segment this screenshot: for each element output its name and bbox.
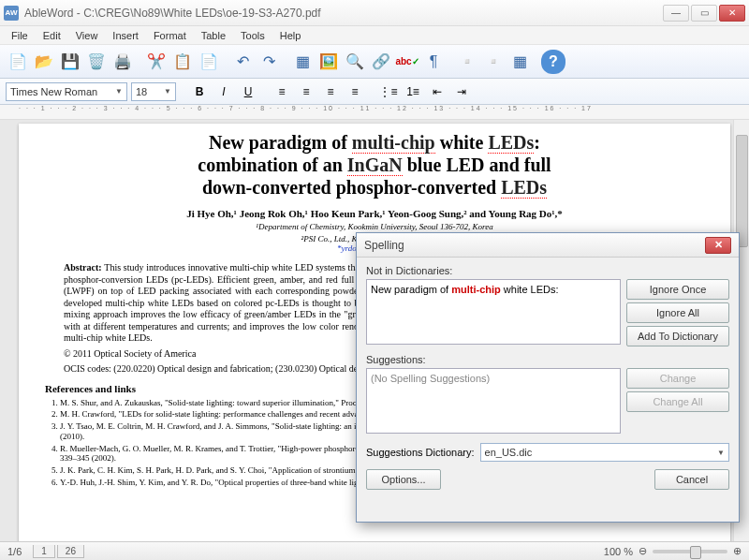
delete-icon[interactable]: 🗑️ [84, 50, 109, 74]
indent-button[interactable]: ⇥ [451, 81, 472, 102]
zoom-value: 100 % [604, 546, 633, 557]
ruler: · · · 1 · · · 2 · · · 3 · · · 4 · · · 5 … [0, 105, 749, 120]
minimize-button[interactable]: — [663, 5, 689, 22]
zoom-in-icon[interactable]: ▫️ [481, 50, 506, 74]
open-icon[interactable]: 📂 [32, 50, 56, 74]
page-indicator: 1/6 [7, 546, 22, 557]
paste-icon[interactable]: 📄 [197, 50, 221, 74]
redo-icon[interactable]: ↷ [257, 50, 281, 74]
options-button[interactable]: Options... [366, 469, 441, 490]
find-icon[interactable]: 🔍 [343, 50, 367, 74]
image-icon[interactable]: 🖼️ [316, 50, 341, 74]
underline-button[interactable]: U [238, 81, 258, 102]
zoom-in-button[interactable]: ⊕ [733, 545, 742, 557]
suggestions-list[interactable]: (No Spelling Suggestions) [366, 368, 621, 434]
change-all-button: Change All [626, 391, 729, 412]
cut-icon[interactable]: ✂️ [144, 50, 169, 74]
table-icon[interactable]: ▦ [290, 50, 315, 74]
align-justify-button[interactable]: ≡ [345, 81, 365, 102]
status-tab-1[interactable]: 1 [33, 545, 55, 558]
bullets-button[interactable]: ⋮≡ [378, 81, 399, 102]
main-toolbar: 📄 📂 💾 🗑️ 🖨️ ✂️ 📋 📄 ↶ ↷ ▦ 🖼️ 🔍 🔗 abc✓ ¶ ▫… [0, 45, 749, 79]
help-icon[interactable]: ? [541, 50, 565, 74]
spelling-dialog: Spelling ✕ Not in Dictionaries: New para… [356, 232, 740, 523]
font-combo[interactable]: Times New Roman▼ [6, 82, 127, 101]
menu-edit[interactable]: Edit [36, 28, 68, 43]
cancel-button[interactable]: Cancel [654, 469, 729, 490]
copy-icon[interactable]: 📋 [170, 50, 195, 74]
suggestions-dict-label: Suggestions Dictionary: [366, 447, 475, 458]
not-in-dict-label: Not in Dictionaries: [366, 265, 729, 276]
zoom-out-icon[interactable]: ▫️ [455, 50, 479, 74]
undo-icon[interactable]: ↶ [230, 50, 255, 74]
pilcrow-icon[interactable]: ¶ [421, 50, 446, 74]
grid-icon[interactable]: ▦ [507, 50, 532, 74]
ignore-once-button[interactable]: Ignore Once [626, 279, 729, 300]
window-title: AbleWord - C:\CREG\No89\White LEDs\oe-19… [24, 7, 663, 20]
scrollbar-thumb[interactable] [736, 135, 748, 247]
menu-insert[interactable]: Insert [105, 28, 146, 43]
titlebar: AW AbleWord - C:\CREG\No89\White LEDs\oe… [0, 0, 749, 26]
close-window-button[interactable]: ✕ [719, 5, 745, 22]
outdent-button[interactable]: ⇤ [427, 81, 448, 102]
menubar: File Edit View Insert Format Table Tools… [0, 26, 749, 45]
authors: Ji Hye Oh,¹ Jeong Rok Oh,¹ Hoo Keun Park… [45, 208, 704, 219]
menu-help[interactable]: Help [272, 28, 309, 43]
dialog-close-button[interactable]: ✕ [705, 237, 731, 254]
add-to-dictionary-button[interactable]: Add To Dictionary [626, 326, 729, 346]
bold-button[interactable]: B [189, 81, 210, 102]
menu-file[interactable]: File [4, 28, 36, 43]
menu-format[interactable]: Format [146, 28, 194, 43]
dictionary-combo[interactable]: en_US.dic▼ [480, 443, 729, 462]
save-icon[interactable]: 💾 [58, 50, 82, 74]
menu-tools[interactable]: Tools [233, 28, 272, 43]
align-center-button[interactable]: ≡ [296, 81, 316, 102]
align-right-button[interactable]: ≡ [320, 81, 341, 102]
format-toolbar: Times New Roman▼ 18▼ B I U ≡ ≡ ≡ ≡ ⋮≡ 1≡… [0, 79, 749, 105]
font-size-combo[interactable]: 18▼ [131, 82, 176, 101]
menu-view[interactable]: View [68, 28, 106, 43]
not-in-dict-text[interactable]: New paradigm of multi-chip white LEDs: [366, 279, 621, 345]
dialog-title: Spelling [364, 239, 705, 252]
ignore-all-button[interactable]: Ignore All [626, 302, 729, 323]
numbering-button[interactable]: 1≡ [403, 81, 423, 102]
spellcheck-icon[interactable]: abc✓ [395, 50, 419, 74]
document-title: New paradigm of multi-chip white LEDs:co… [45, 131, 704, 199]
status-tab-2[interactable]: 26 [57, 545, 84, 558]
change-button: Change [626, 368, 729, 389]
link-icon[interactable]: 🔗 [369, 50, 393, 74]
italic-button[interactable]: I [213, 81, 234, 102]
zoom-slider[interactable] [653, 550, 727, 553]
maximize-button[interactable]: ▭ [691, 5, 717, 22]
dialog-titlebar: Spelling ✕ [357, 233, 739, 258]
menu-table[interactable]: Table [194, 28, 233, 43]
align-left-button[interactable]: ≡ [272, 81, 292, 102]
suggestions-label: Suggestions: [366, 354, 729, 365]
app-icon: AW [4, 6, 19, 21]
affiliation-1: ¹Department of Chemistry, Kookmin Univer… [45, 222, 704, 231]
new-icon[interactable]: 📄 [6, 50, 30, 74]
zoom-out-button[interactable]: ⊖ [639, 545, 647, 557]
print-icon[interactable]: 🖨️ [110, 50, 135, 74]
statusbar: 1/6 1 26 100 % ⊖ ⊕ [0, 541, 749, 560]
